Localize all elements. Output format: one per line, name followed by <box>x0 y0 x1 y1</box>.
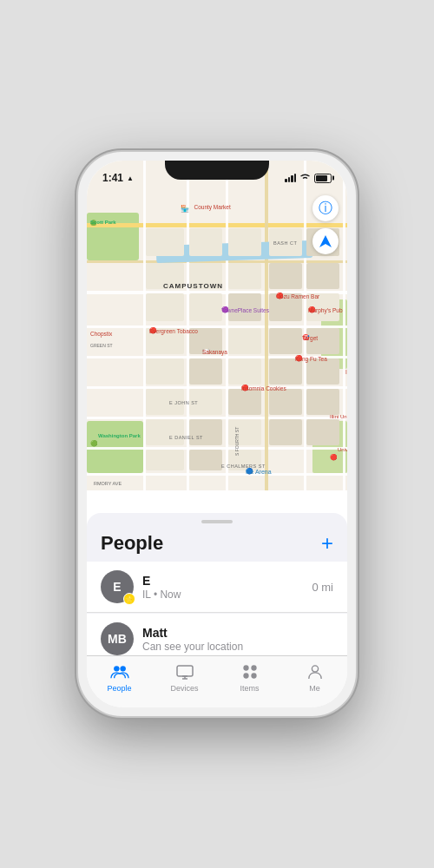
ymca-pin: 🔴 University YMCA <box>330 447 338 463</box>
svg-point-1 <box>114 666 119 671</box>
people-icon-svg <box>110 664 129 680</box>
county-market-label: County Market <box>194 204 230 210</box>
road-green-st <box>87 223 347 227</box>
kung-fu-pin: 🔴 Kung Fu Tea <box>295 355 303 362</box>
map-background: 🏪 County Market 🟢 Scott Park CAMPUSTOWN … <box>87 161 347 490</box>
tab-bar: People Devices <box>87 655 347 707</box>
block-30 <box>306 389 339 415</box>
oozu-ramen-pin: 🔴 Oozu Ramen Bar <box>276 293 284 299</box>
person-e-distance: 0 mi <box>312 581 333 594</box>
road-v4-major <box>265 161 268 490</box>
devices-icon-svg <box>175 664 194 680</box>
svg-point-7 <box>243 665 248 670</box>
devices-tab-label: Devices <box>170 684 198 693</box>
me-icon-svg <box>306 664 325 680</box>
person-e-status: IL • Now <box>142 589 312 601</box>
block-18 <box>228 328 261 354</box>
person-matt-status: Can see your location <box>142 641 333 653</box>
avatar-e: E ⭐ <box>101 570 134 603</box>
block-27 <box>189 389 222 415</box>
person-row-e[interactable]: E ⭐ E IL • Now 0 mi <box>87 562 347 613</box>
road-v6 <box>343 161 345 490</box>
svg-point-11 <box>312 666 318 672</box>
block-31 <box>146 419 184 445</box>
block-29 <box>269 389 302 415</box>
block-35 <box>306 419 339 445</box>
sheet-title-row: People + <box>87 527 347 562</box>
block-13 <box>228 293 261 321</box>
chopstix-text: Chopstix <box>90 331 112 337</box>
svg-point-8 <box>251 665 256 670</box>
block-34 <box>269 419 302 445</box>
signal-icon <box>285 174 296 182</box>
scott-park-area <box>87 213 139 260</box>
person-matt-name: Matt <box>142 626 333 640</box>
bottom-sheet: People + E ⭐ E IL • Now 0 mi MB <box>87 513 347 666</box>
tab-items[interactable]: Items <box>217 664 282 693</box>
sheet-title: People <box>101 532 163 555</box>
svg-marker-0 <box>319 235 332 247</box>
block-38 <box>228 450 261 470</box>
block-9 <box>269 263 302 289</box>
items-tab-label: Items <box>240 684 259 693</box>
me-tab-label: Me <box>309 684 320 693</box>
location-button[interactable] <box>312 228 339 254</box>
phone-frame: 1:41 ▲ <box>78 152 356 716</box>
map-area[interactable]: 🏪 County Market 🟢 Scott Park CAMPUSTOWN … <box>87 161 347 490</box>
person-e-info: E IL • Now <box>142 574 312 601</box>
block-20 <box>306 328 339 354</box>
road-7 <box>87 473 347 476</box>
svg-rect-3 <box>177 666 193 676</box>
notch <box>165 161 269 180</box>
phone-screen: 1:41 ▲ <box>87 161 347 707</box>
items-tab-icon <box>240 664 260 682</box>
illini-union-text: Illini Union <box>345 369 347 375</box>
location-arrow-icon <box>319 234 332 248</box>
location-arrow-icon: ▲ <box>127 174 134 182</box>
block-19 <box>269 328 302 354</box>
people-tab-icon <box>110 664 129 682</box>
target-pin: 🎯 Target <box>302 334 310 341</box>
block-11 <box>146 293 184 321</box>
tab-me[interactable]: Me <box>282 664 347 693</box>
county-market-pin: 🏪 County Market <box>181 199 230 214</box>
block-2 <box>189 228 222 256</box>
evergreen-pin: 🔴 Evergreen Tobacco <box>149 327 157 334</box>
insomnia-pin: 🔴 Insomnia Cookies <box>241 385 249 391</box>
block-14 <box>269 293 302 321</box>
svg-point-2 <box>120 666 125 671</box>
sakanaya-pin: 🍽️ Sakanaya <box>202 348 210 355</box>
tab-devices[interactable]: Devices <box>152 664 217 693</box>
block-7 <box>189 263 222 289</box>
avatar-e-initials: E <box>113 580 121 594</box>
time-display: 1:41 <box>102 172 123 184</box>
wifi-icon <box>299 173 311 183</box>
tab-people[interactable]: People <box>87 664 152 693</box>
block-23 <box>228 358 261 385</box>
block-10 <box>306 263 339 289</box>
items-icon-svg <box>240 664 260 680</box>
block-6 <box>146 263 184 289</box>
block-4 <box>269 228 302 256</box>
info-button[interactable]: ⓘ <box>312 195 339 221</box>
avatar-matt: MB <box>101 622 134 655</box>
devices-tab-icon <box>175 664 194 682</box>
towneplace-pin: 🟣 TownePlace Suites <box>221 306 229 313</box>
block-24 <box>269 358 302 385</box>
person-matt-info: Matt Can see your location <box>142 626 333 653</box>
me-tab-icon <box>306 664 325 682</box>
block-33 <box>228 419 261 445</box>
block-21 <box>146 358 184 385</box>
add-person-button[interactable]: + <box>321 533 333 554</box>
person-e-name: E <box>142 574 312 588</box>
people-tab-label: People <box>107 684 131 693</box>
block-3 <box>228 228 261 256</box>
info-icon: ⓘ <box>319 200 332 218</box>
ice-arena-pin: 🔵 Ice Arena <box>246 468 253 475</box>
washington-park-pin: 🟢 Washington Park <box>90 433 98 449</box>
battery-icon <box>314 174 332 183</box>
block-8 <box>228 263 261 289</box>
block-25 <box>306 358 339 385</box>
block-22 <box>189 358 222 385</box>
svg-point-10 <box>251 673 256 678</box>
